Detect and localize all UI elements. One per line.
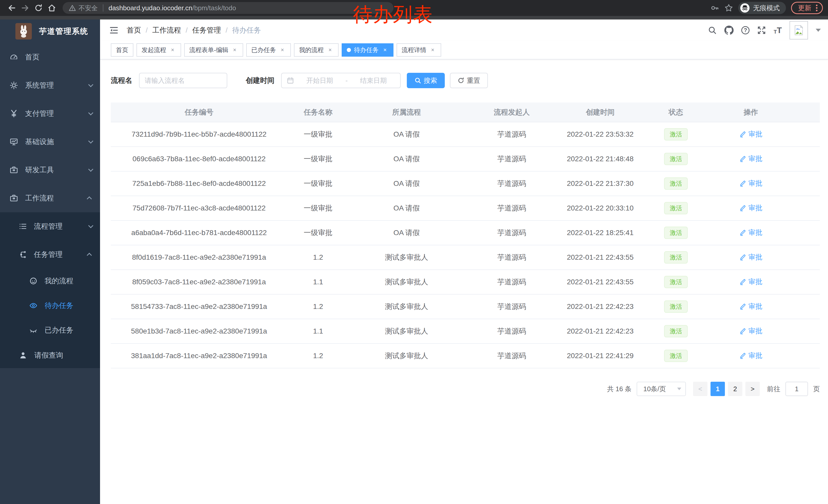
breadcrumb-task-management[interactable]: 任务管理 — [192, 26, 221, 35]
col-create-time: 创建时间 — [559, 102, 641, 122]
prev-page-button[interactable]: < — [693, 382, 707, 396]
task-id-cell: 73211d9d-7b9b-11ec-b5b7-acde48001122 — [111, 122, 287, 147]
sidebar-toggle-button[interactable] — [109, 26, 119, 35]
tab-close-icon[interactable] — [279, 47, 286, 53]
list-icon — [19, 223, 27, 230]
search-button-label: 搜索 — [424, 76, 437, 85]
page-content: 流程名 创建时间 开始日期 - 结束日期 搜索 重 — [100, 59, 828, 396]
approve-link[interactable]: 审批 — [739, 228, 762, 237]
process-cell: 测试多审批人 — [349, 294, 464, 319]
next-page-button[interactable]: > — [745, 382, 760, 396]
github-icon[interactable] — [724, 26, 734, 35]
tab-label: 流程详情 — [402, 46, 426, 54]
breadcrumb: 首页 / 工作流程 / 任务管理 / 待办任务 — [127, 26, 261, 35]
process-cell: OA 请假 — [349, 171, 464, 196]
sidebar-item-system[interactable]: 系统管理 — [0, 71, 100, 99]
sidebar-item-home[interactable]: 首页 — [0, 43, 100, 71]
task-name-cell: 1.2 — [287, 294, 349, 319]
back-icon — [7, 4, 16, 12]
sidebar-item-workflow[interactable]: 工作流程 — [0, 184, 100, 212]
font-size-icon[interactable]: TT — [774, 26, 782, 34]
forward-button[interactable] — [18, 1, 32, 15]
app-logo[interactable]: 芋道管理系统 — [0, 19, 100, 43]
action-cell: 审批 — [710, 245, 820, 270]
approve-link[interactable]: 审批 — [739, 130, 762, 139]
starter-cell: 芋道源码 — [464, 319, 559, 343]
tab-my-process[interactable]: 我的流程 — [294, 43, 339, 57]
tab-start-process[interactable]: 发起流程 — [136, 43, 181, 57]
security-chip[interactable]: 不安全 — [69, 4, 98, 12]
sidebar-item-my-process[interactable]: 我的流程 — [0, 269, 100, 293]
approve-link[interactable]: 审批 — [739, 203, 762, 213]
sidebar-item-infrastructure[interactable]: 基础设施 — [0, 128, 100, 156]
tab-close-icon[interactable] — [232, 47, 238, 53]
action-cell: 审批 — [710, 319, 820, 343]
approve-link[interactable]: 审批 — [739, 154, 762, 163]
approve-link[interactable]: 审批 — [739, 253, 762, 262]
approve-link[interactable]: 审批 — [739, 302, 762, 311]
address-bar[interactable]: 不安全 dashboard.yudao.iocoder.cn/bpm/task/… — [63, 2, 394, 14]
breadcrumb-home[interactable]: 首页 — [127, 26, 141, 35]
search-icon[interactable] — [708, 26, 717, 35]
tab-close-icon[interactable] — [327, 47, 333, 53]
tab-close-icon[interactable] — [382, 47, 388, 53]
tags-view: 首页 发起流程 流程表单-编辑 已办任务 我的流程 待办任务 流程详情 — [100, 41, 828, 59]
process-name-input[interactable] — [139, 73, 227, 88]
edit-icon — [739, 278, 746, 285]
bookmark-star-icon[interactable] — [724, 4, 733, 12]
reload-button[interactable] — [32, 1, 45, 15]
avatar-caret-icon[interactable] — [816, 29, 821, 32]
sidebar-item-done-tasks[interactable]: 已办任务 — [0, 318, 100, 342]
breadcrumb-workflow[interactable]: 工作流程 — [152, 26, 181, 35]
update-button[interactable]: 更新 — [791, 2, 823, 14]
tab-done-tasks[interactable]: 已办任务 — [246, 43, 291, 57]
table-row: 8f0d1619-7ac8-11ec-a9e2-a2380e71991a 1.2… — [111, 245, 820, 270]
status-badge: 激活 — [664, 202, 688, 214]
tab-todo-tasks[interactable]: 待办任务 — [342, 43, 394, 57]
action-cell: 审批 — [710, 196, 820, 221]
approve-link[interactable]: 审批 — [739, 277, 762, 286]
sidebar-item-todo-tasks[interactable]: 待办任务 — [0, 293, 100, 318]
task-id-cell: 580e1b3d-7ac8-11ec-a9e2-a2380e71991a — [111, 319, 287, 343]
table-header-row: 任务编号 任务名称 所属流程 流程发起人 创建时间 状态 操作 — [111, 102, 820, 122]
tab-home[interactable]: 首页 — [111, 43, 133, 57]
key-icon[interactable] — [710, 4, 719, 12]
help-icon[interactable]: ? — [741, 26, 749, 34]
goto-page-input[interactable] — [785, 382, 808, 396]
home-button[interactable] — [45, 1, 58, 15]
tab-close-icon[interactable] — [169, 47, 176, 53]
approve-link[interactable]: 审批 — [739, 179, 762, 188]
approve-link[interactable]: 审批 — [739, 326, 762, 335]
col-task-name: 任务名称 — [287, 102, 349, 122]
page-size-select[interactable]: 10条/页 — [637, 382, 686, 396]
page-size-value: 10条/页 — [643, 384, 666, 394]
sidebar-item-leave-query[interactable]: 请假查询 — [0, 342, 100, 368]
page-button-2[interactable]: 2 — [728, 382, 742, 396]
browser-menu-icon[interactable] — [816, 5, 818, 11]
reset-button[interactable]: 重置 — [450, 73, 488, 88]
task-name-cell: 一级审批 — [287, 147, 349, 171]
action-cell: 审批 — [710, 343, 820, 368]
sidebar-item-devtools[interactable]: 研发工具 — [0, 156, 100, 184]
fullscreen-icon[interactable] — [757, 26, 766, 35]
back-button[interactable] — [5, 1, 18, 15]
pagination: 共 16 条 10条/页 < 1 2 > 前往 页 — [111, 382, 820, 396]
process-cell: 测试多审批人 — [349, 245, 464, 270]
col-process: 所属流程 — [349, 102, 464, 122]
status-cell: 激活 — [641, 319, 710, 343]
sidebar-item-label: 已办任务 — [45, 325, 73, 335]
task-name-cell: 一级审批 — [287, 171, 349, 196]
sidebar-item-task-management[interactable]: 任务管理 — [0, 240, 100, 269]
approve-link[interactable]: 审批 — [739, 351, 762, 360]
tab-form-edit[interactable]: 流程表单-编辑 — [184, 43, 243, 57]
tab-process-detail[interactable]: 流程详情 — [397, 43, 441, 57]
avatar[interactable] — [790, 21, 808, 40]
date-range-picker[interactable]: 开始日期 - 结束日期 — [281, 73, 401, 88]
edit-icon — [739, 327, 746, 334]
search-button[interactable]: 搜索 — [407, 73, 445, 88]
sidebar-item-payment[interactable]: 支付管理 — [0, 99, 100, 128]
approve-label: 审批 — [748, 154, 762, 163]
sidebar-item-process-management[interactable]: 流程管理 — [0, 212, 100, 240]
page-button-1[interactable]: 1 — [710, 382, 725, 396]
tab-close-icon[interactable] — [429, 47, 436, 53]
